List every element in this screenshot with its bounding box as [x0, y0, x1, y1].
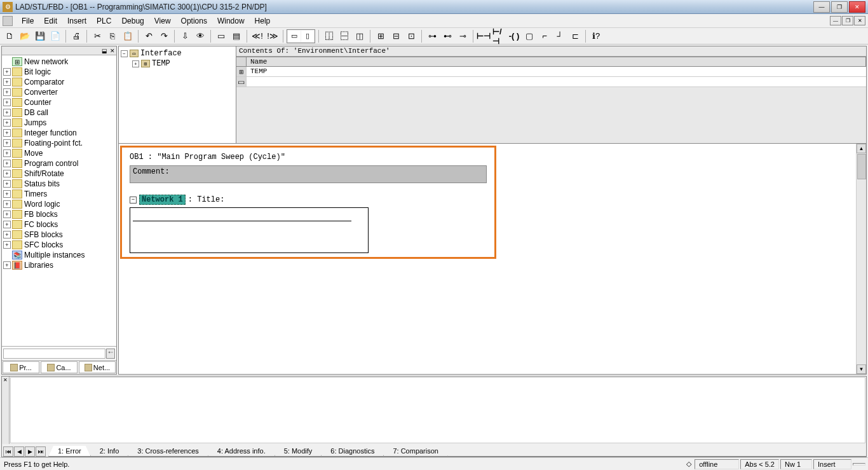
menu-debug[interactable]: Debug	[116, 15, 149, 27]
open-icon[interactable]: 📂	[18, 29, 32, 43]
sidebar-tab-program[interactable]: Pr...	[3, 361, 39, 373]
tab-error[interactable]: 1: Error	[48, 446, 91, 457]
network-icon[interactable]: ⊶	[425, 29, 439, 43]
editor-scrollbar[interactable]: ▲ ▼	[856, 144, 866, 374]
layout3-icon[interactable]: ⊡	[404, 29, 418, 43]
mdi-restore[interactable]: ❐	[842, 16, 853, 25]
sidebar-tab-network[interactable]: Net...	[79, 361, 116, 373]
redo-icon[interactable]: ↷	[157, 29, 171, 43]
copy-icon[interactable]: ⎘	[105, 29, 119, 43]
tree-counter[interactable]: +Counter	[2, 97, 116, 107]
tree-move[interactable]: +Move	[2, 148, 116, 158]
output-content[interactable]	[10, 377, 865, 443]
menu-edit[interactable]: Edit	[39, 15, 62, 27]
menu-insert[interactable]: Insert	[62, 15, 92, 27]
expand-icon[interactable]: +	[3, 180, 11, 188]
menu-window[interactable]: Window	[212, 15, 250, 27]
window-v-icon[interactable]: ⿱	[337, 29, 351, 43]
tab-modify[interactable]: 5: Modify	[275, 446, 322, 457]
network2-icon[interactable]: ⊷	[440, 29, 454, 43]
mdi-minimize[interactable]: —	[830, 16, 841, 25]
goto2-icon[interactable]: !≫	[266, 29, 280, 43]
box-icon[interactable]: ▢	[522, 29, 536, 43]
tree-converter[interactable]: +Converter	[2, 87, 116, 97]
editor-panel[interactable]: OB1 : "Main Program Sweep (Cycle)" Comme…	[118, 144, 867, 375]
view-detail-icon[interactable]: ▯	[301, 31, 314, 42]
catalog-tree[interactable]: ⊞ New network +Bit logic +Comparator +Co…	[2, 55, 116, 346]
collapse-icon[interactable]: −	[130, 197, 137, 204]
name-column-header[interactable]: Name	[236, 57, 866, 67]
filter-lt-button[interactable]: ⁺⁻	[106, 349, 115, 359]
minimize-button[interactable]: —	[813, 1, 830, 13]
nav-first-icon[interactable]: ⏮	[3, 446, 13, 457]
expand-icon[interactable]: +	[3, 149, 11, 157]
interface-tree[interactable]: − ▭ Interface + ⊞ TEMP	[119, 46, 236, 143]
expand-icon[interactable]: +	[3, 261, 11, 269]
tree-libraries[interactable]: +📕Libraries	[2, 260, 116, 270]
window-h-icon[interactable]: ⿰	[322, 29, 336, 43]
nav-prev-icon[interactable]: ◀	[14, 446, 24, 457]
goto-icon[interactable]: ≪!	[250, 29, 264, 43]
save-icon[interactable]: 💾	[33, 29, 47, 43]
download-icon[interactable]: ⇩	[178, 29, 192, 43]
nav-next-icon[interactable]: ▶	[25, 446, 35, 457]
maximize-button[interactable]: ❐	[831, 1, 848, 13]
network3-icon[interactable]: ⊸	[456, 29, 470, 43]
expand-icon[interactable]: +	[3, 190, 11, 198]
contents-row-temp[interactable]: ⊞ TEMP	[236, 67, 866, 77]
menu-view[interactable]: View	[149, 15, 176, 27]
menu-file[interactable]: File	[17, 15, 39, 27]
tree-comparator[interactable]: +Comparator	[2, 77, 116, 87]
ladder-network-box[interactable]	[130, 207, 369, 253]
view-overview-icon[interactable]: ▭	[288, 31, 301, 42]
connection-icon[interactable]: ⊏	[568, 29, 582, 43]
tree-status-bits[interactable]: +Status bits	[2, 179, 116, 189]
expand-icon[interactable]: +	[3, 221, 11, 228]
close-button[interactable]: ✕	[849, 1, 865, 13]
expand-icon[interactable]: +	[3, 139, 11, 147]
ref-icon[interactable]: ▤	[229, 29, 243, 43]
tree-timers[interactable]: +Timers	[2, 189, 116, 199]
network-title-line[interactable]: − Network 1 : Title:	[130, 195, 487, 205]
layout2-icon[interactable]: ⊟	[389, 29, 403, 43]
interface-root-row[interactable]: − ▭ Interface	[121, 48, 234, 59]
sidebar-close-icon[interactable]: ✕	[110, 48, 115, 54]
tree-floating-point[interactable]: +Floating-point fct.	[2, 138, 116, 148]
block-icon[interactable]: ▭	[214, 29, 228, 43]
save2-icon[interactable]: 📄	[48, 29, 62, 43]
expand-icon[interactable]: +	[3, 68, 11, 76]
branch-open-icon[interactable]: ⌐	[538, 29, 552, 43]
tree-db-call[interactable]: +DB call	[2, 107, 116, 118]
sidebar-pin-icon[interactable]: ⬓	[102, 48, 107, 54]
expand-icon[interactable]: +	[3, 170, 11, 177]
tab-comparison[interactable]: 7: Comparison	[383, 446, 448, 457]
contact-no-icon[interactable]: ⊢⊣	[477, 29, 491, 43]
nav-last-icon[interactable]: ⏭	[36, 446, 46, 457]
undo-icon[interactable]: ↶	[142, 29, 156, 43]
expand-icon[interactable]: +	[3, 160, 11, 167]
monitor-icon[interactable]: 👁	[193, 29, 207, 43]
expand-icon[interactable]: +	[3, 88, 11, 96]
ob-title-line[interactable]: OB1 : "Main Program Sweep (Cycle)"	[130, 153, 487, 162]
scroll-up-icon[interactable]: ▲	[857, 144, 866, 153]
window-c-icon[interactable]: ◫	[353, 29, 367, 43]
tab-info[interactable]: 2: Info	[90, 446, 129, 457]
output-close-strip[interactable]: ✕	[2, 377, 10, 444]
tree-word-logic[interactable]: +Word logic	[2, 199, 116, 209]
contents-body[interactable]: ⊞ TEMP ▭	[236, 67, 866, 143]
expand-icon[interactable]: +	[132, 60, 139, 67]
paste-icon[interactable]: 📋	[121, 29, 135, 43]
menu-plc[interactable]: PLC	[92, 15, 116, 27]
expand-icon[interactable]: +	[3, 109, 11, 116]
tree-jumps[interactable]: +Jumps	[2, 118, 116, 128]
scroll-down-icon[interactable]: ▼	[857, 364, 866, 374]
coil-icon[interactable]: -( )	[507, 29, 521, 43]
tree-fb-blocks[interactable]: +FB blocks	[2, 209, 116, 219]
collapse-icon[interactable]: −	[121, 50, 128, 57]
expand-icon[interactable]: +	[3, 129, 11, 137]
contents-row-empty[interactable]: ▭	[236, 77, 866, 87]
tree-program-control[interactable]: +Program control	[2, 158, 116, 169]
mdi-close[interactable]: ✕	[854, 16, 865, 25]
tree-new-network[interactable]: ⊞ New network	[2, 57, 116, 67]
tree-sfc-blocks[interactable]: +SFC blocks	[2, 240, 116, 250]
